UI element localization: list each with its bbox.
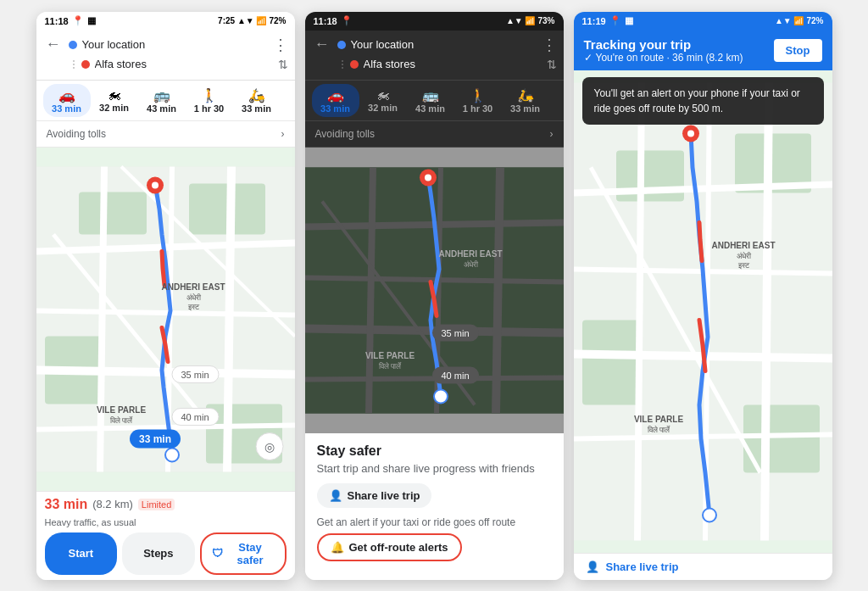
svg-rect-2: [79, 192, 147, 234]
svg-text:35 min: 35 min: [181, 369, 209, 379]
svg-text:VILE PARLE: VILE PARLE: [633, 414, 682, 423]
svg-text:◎: ◎: [264, 439, 275, 453]
sim-icon: ▦: [87, 15, 96, 26]
status-bar-1: 11:18 📍 ▦ 7:25 ▲▼ 📶 72%: [36, 12, 295, 31]
map-svg-2: 35 min 40 min ANDHERI EAST अंधेरी VILE P…: [305, 148, 564, 433]
stop-button[interactable]: Stop: [774, 39, 822, 62]
status-bar-2: 11:18 📍 ▲▼ 📶 73%: [305, 12, 564, 31]
chevron-icon-1: ›: [281, 128, 285, 140]
swap-icon-2[interactable]: ⇅: [547, 58, 557, 71]
shield-icon-1: 🛡: [212, 547, 223, 560]
mode-bus-2[interactable]: 🚌 43 min: [407, 84, 454, 117]
back-button-2[interactable]: ←: [312, 36, 332, 53]
svg-rect-55: [582, 320, 642, 404]
svg-text:VILE PARLE: VILE PARLE: [364, 350, 414, 360]
svg-line-63: [765, 82, 769, 540]
alert-label: Get an alert if your taxi or ride goes o…: [317, 516, 552, 528]
stay-safer-desc: Start trip and share live progress with …: [317, 462, 552, 475]
svg-line-37: [369, 167, 373, 413]
check-icon-3: ✓: [584, 52, 593, 64]
phone-screen-2: 11:18 📍 ▲▼ 📶 73% ← ⋮: [305, 12, 564, 580]
map-area-1[interactable]: 33 min 35 min 40 min ANDHERI EAST अंधेरी…: [36, 148, 295, 491]
more-button-2[interactable]: ⋮: [542, 36, 557, 54]
alert-tooltip: You'll get an alert on your phone if you…: [582, 77, 824, 125]
search-header-2: ← ⋮ ⇅: [305, 31, 564, 81]
mode-scooter-2[interactable]: 🛵 33 min: [502, 84, 549, 117]
walk-time-1: 1 hr 30: [194, 103, 224, 114]
avoiding-tolls-2[interactable]: Avoiding tolls ›: [305, 121, 564, 148]
dest-input-2[interactable]: [364, 58, 542, 70]
more-button-1[interactable]: ⋮: [273, 36, 288, 54]
alert-feature: Get an alert if your taxi or ride goes o…: [317, 516, 552, 561]
svg-line-12: [227, 166, 231, 471]
stay-safer-title: Stay safer: [317, 443, 552, 459]
off-route-alerts-button[interactable]: 🔔 Get off-route alerts: [317, 533, 462, 561]
back-button-1[interactable]: ←: [43, 36, 64, 53]
map-area-3[interactable]: ANDHERI EAST अंधेरी इस्ट VILE PARLE विले…: [574, 70, 832, 553]
mode-walk-1[interactable]: 🚶 1 hr 30: [186, 84, 233, 117]
traffic-badge-1: Limited: [138, 499, 175, 510]
sim-icon-3: ▦: [625, 15, 633, 26]
map-svg-1: 33 min 35 min 40 min ANDHERI EAST अंधेरी…: [36, 148, 295, 491]
svg-text:अंधेरी: अंधेरी: [463, 259, 478, 268]
bike-time-1: 32 min: [99, 103, 129, 113]
origin-dot-2: [337, 41, 346, 49]
svg-text:VILE PARLE: VILE PARLE: [96, 404, 145, 414]
phone-screen-1: 11:18 📍 ▦ 7:25 ▲▼ 📶 72% ← ⋮: [36, 12, 295, 580]
battery-2: 73%: [537, 16, 554, 25]
svg-text:40 min: 40 min: [181, 411, 209, 421]
origin-input-1[interactable]: [82, 38, 268, 51]
signal-2: ▲▼ 📶: [506, 16, 536, 25]
time-2: 11:18: [314, 16, 337, 26]
dest-dot-1: [81, 60, 90, 69]
mode-bike-2[interactable]: 🏍 32 min: [359, 84, 407, 117]
location-icon-2: 📍: [341, 15, 353, 26]
battery-1: 72%: [269, 16, 286, 25]
action-buttons-1: Start Steps 🛡 Stay safer: [45, 532, 287, 575]
time-3: 11:19: [582, 16, 606, 26]
svg-text:विले पार्ले: विले पार्ले: [646, 424, 670, 433]
mode-car-1[interactable]: 🚗 33 min: [43, 84, 91, 117]
car-icon-1: 🚗: [58, 87, 75, 103]
tracking-header: Tracking your trip ✓ You're on route · 3…: [574, 31, 832, 70]
bus-icon-1: 🚌: [153, 87, 170, 103]
svg-text:इस्ट: इस्ट: [737, 260, 749, 269]
svg-text:40 min: 40 min: [441, 370, 469, 380]
dest-dot-2: [350, 60, 359, 69]
mode-bus-1[interactable]: 🚌 43 min: [138, 84, 186, 117]
svg-text:ANDHERI EAST: ANDHERI EAST: [161, 282, 225, 291]
mode-car-2[interactable]: 🚗 33 min: [312, 84, 359, 117]
svg-point-17: [165, 448, 179, 461]
bike-icon-1: 🏍: [108, 87, 121, 103]
bus-time-1: 43 min: [147, 103, 176, 114]
svg-point-42: [425, 174, 431, 181]
svg-text:विले पार्ले: विले पार्ले: [108, 415, 133, 424]
stay-safer-button-1[interactable]: 🛡 Stay safer: [200, 532, 287, 575]
map-area-2[interactable]: 35 min 40 min ANDHERI EAST अंधेरी VILE P…: [305, 148, 564, 433]
stay-safer-panel: Stay safer Start trip and share live pro…: [305, 433, 564, 580]
person-icon-bottom: 👤: [586, 560, 599, 573]
svg-point-66: [687, 130, 694, 137]
car-time-1: 33 min: [52, 103, 81, 114]
time-1: 11:18: [45, 16, 69, 26]
share-live-bottom[interactable]: 👤 Share live trip: [574, 553, 832, 580]
battery-3: 72%: [806, 16, 823, 25]
origin-input-2[interactable]: [351, 38, 537, 51]
mode-bike-1[interactable]: 🏍 32 min: [91, 84, 138, 117]
svg-line-39: [496, 167, 500, 413]
signal-icons: 7:25 ▲▼ 📶: [218, 16, 266, 25]
start-button-1[interactable]: Start: [45, 532, 118, 575]
traffic-desc-1: Heavy traffic, as usual: [45, 517, 287, 527]
mode-scooter-1[interactable]: 🛵 33 min: [233, 84, 281, 117]
svg-text:विले पार्ले: विले पार्ले: [377, 360, 402, 370]
transport-modes-2: 🚗 33 min 🏍 32 min 🚌 43 min 🚶 1 hr 30 🛵: [305, 81, 564, 121]
share-live-button[interactable]: 👤 Share live trip: [317, 483, 432, 508]
avoiding-tolls-1[interactable]: Avoiding tolls ›: [36, 121, 295, 148]
steps-button-1[interactable]: Steps: [122, 532, 195, 575]
dest-input-1[interactable]: [95, 58, 273, 70]
svg-text:35 min: 35 min: [441, 327, 469, 337]
trip-dist-1: (8.2 km): [92, 498, 133, 510]
swap-icon-1[interactable]: ⇅: [278, 58, 288, 71]
share-feature: 👤 Share live trip: [317, 483, 552, 508]
mode-walk-2[interactable]: 🚶 1 hr 30: [454, 84, 502, 117]
